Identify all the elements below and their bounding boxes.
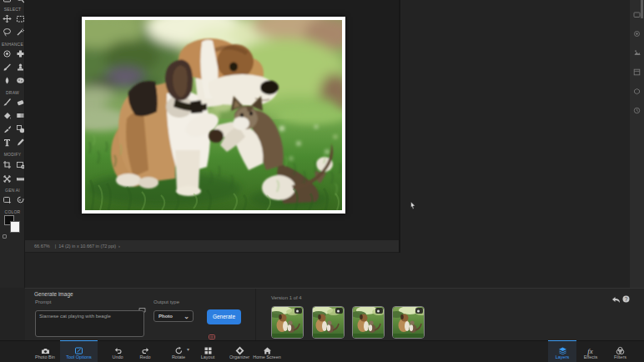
svg-text:?: ? (625, 296, 628, 302)
